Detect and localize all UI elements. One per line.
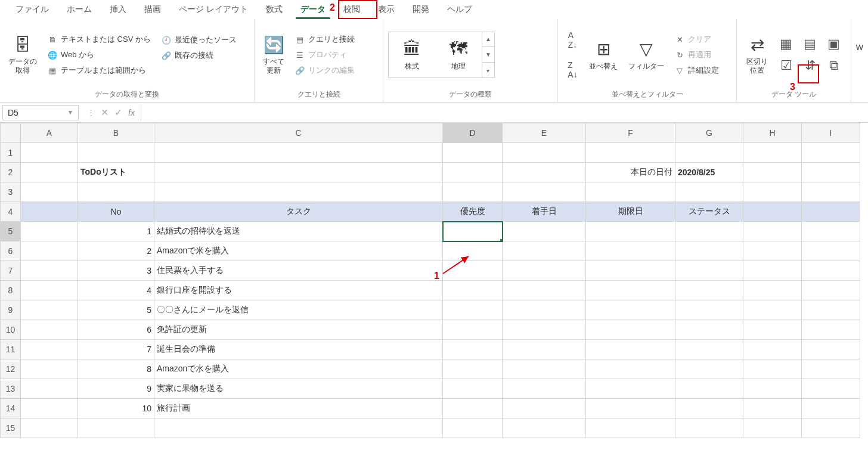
tab-insert[interactable]: 挿入	[101, 1, 135, 18]
cell[interactable]	[21, 359, 78, 379]
cell[interactable]	[21, 418, 78, 438]
cell[interactable]: 免許証の更新	[154, 320, 443, 340]
cell[interactable]	[586, 143, 675, 163]
row-header[interactable]: 5	[1, 222, 21, 241]
cell[interactable]	[21, 281, 78, 300]
gallery-down-icon[interactable]: ▼	[482, 47, 494, 63]
cell[interactable]	[743, 222, 802, 241]
cell[interactable]	[443, 418, 503, 438]
tab-home[interactable]: ホーム	[58, 1, 100, 18]
existing-conn-button[interactable]: 🔗既存の接続	[158, 48, 240, 63]
cell[interactable]	[675, 379, 743, 399]
cell[interactable]: 優先度	[443, 202, 503, 222]
cell[interactable]	[443, 340, 503, 359]
cell[interactable]	[802, 418, 860, 438]
cell[interactable]	[21, 261, 78, 281]
cell[interactable]	[503, 281, 586, 300]
col-header-H[interactable]: H	[743, 123, 802, 143]
cell[interactable]	[743, 261, 802, 281]
accept-formula-button[interactable]: ✓	[114, 107, 122, 118]
cell[interactable]	[802, 379, 860, 399]
row-header[interactable]: 2	[1, 163, 21, 182]
cell[interactable]	[443, 300, 503, 320]
cell[interactable]: Amazonで米を購入	[154, 241, 443, 261]
data-validation-button[interactable]: ☑	[777, 56, 796, 75]
cell[interactable]	[443, 222, 503, 241]
cell[interactable]	[21, 340, 78, 359]
relationships-button[interactable]: ⇵	[801, 56, 820, 75]
gallery-more-icon[interactable]: ▾	[482, 63, 494, 78]
tab-draw[interactable]: 描画	[136, 1, 169, 18]
cell[interactable]	[675, 281, 743, 300]
filter-button[interactable]: ▽ フィルター	[625, 37, 668, 73]
cell[interactable]	[675, 320, 743, 340]
cell[interactable]	[743, 379, 802, 399]
gallery-up-icon[interactable]: ▲	[482, 32, 494, 47]
cell[interactable]	[443, 379, 503, 399]
cell[interactable]	[802, 281, 860, 300]
col-header-A[interactable]: A	[21, 123, 78, 143]
cell[interactable]	[675, 399, 743, 418]
row-header[interactable]: 9	[1, 300, 21, 320]
cell[interactable]	[675, 300, 743, 320]
get-data-button[interactable]: 🗄 データの 取得	[5, 33, 41, 77]
cell[interactable]	[743, 202, 802, 222]
cell[interactable]	[21, 399, 78, 418]
col-header-D[interactable]: D	[443, 123, 503, 143]
cell[interactable]: 3	[78, 261, 154, 281]
name-box[interactable]: D5 ▼	[2, 105, 79, 120]
cell[interactable]	[443, 399, 503, 418]
col-header-F[interactable]: F	[586, 123, 675, 143]
cell[interactable]	[503, 340, 586, 359]
cell[interactable]	[21, 241, 78, 261]
cell[interactable]	[503, 222, 586, 241]
cell[interactable]	[154, 182, 443, 202]
refresh-all-button[interactable]: 🔄 すべて 更新	[259, 33, 288, 77]
cell[interactable]	[675, 261, 743, 281]
cell[interactable]	[443, 261, 503, 281]
col-header-G[interactable]: G	[675, 123, 743, 143]
tab-developer[interactable]: 開発	[404, 1, 438, 18]
cell[interactable]	[675, 359, 743, 379]
cell[interactable]	[503, 300, 586, 320]
fx-label[interactable]: fx	[128, 108, 135, 117]
cell[interactable]	[503, 399, 586, 418]
cell[interactable]	[743, 340, 802, 359]
cell[interactable]	[675, 340, 743, 359]
row-header[interactable]: 1	[1, 143, 21, 163]
cell[interactable]	[503, 359, 586, 379]
select-all-corner[interactable]	[1, 123, 21, 143]
cell[interactable]	[443, 241, 503, 261]
cell[interactable]	[21, 163, 78, 182]
cell[interactable]	[802, 399, 860, 418]
cell[interactable]	[586, 418, 675, 438]
cell[interactable]	[443, 281, 503, 300]
cell[interactable]	[802, 182, 860, 202]
cell[interactable]: Amazonで水を購入	[154, 359, 443, 379]
cell[interactable]: No	[78, 202, 154, 222]
cell[interactable]	[743, 418, 802, 438]
col-header-C[interactable]: C	[154, 123, 443, 143]
tab-review[interactable]: 校閲	[335, 1, 368, 18]
cell[interactable]	[154, 143, 443, 163]
row-header[interactable]: 11	[1, 340, 21, 359]
cell[interactable]	[503, 163, 586, 182]
from-web-button[interactable]: 🌐Web から	[44, 48, 154, 62]
cell[interactable]: 旅行計画	[154, 399, 443, 418]
cell[interactable]	[802, 340, 860, 359]
cell[interactable]	[21, 222, 78, 241]
cell[interactable]	[443, 163, 503, 182]
row-header[interactable]: 7	[1, 261, 21, 281]
cell[interactable]: 実家に果物を送る	[154, 379, 443, 399]
cell[interactable]	[802, 320, 860, 340]
cell[interactable]	[802, 222, 860, 241]
cell[interactable]	[675, 182, 743, 202]
row-header[interactable]: 4	[1, 202, 21, 222]
tab-file[interactable]: ファイル	[7, 1, 57, 18]
cell[interactable]: 6	[78, 320, 154, 340]
cell[interactable]	[154, 163, 443, 182]
properties-button[interactable]: ☰プロパティ	[292, 48, 358, 62]
col-header-I[interactable]: I	[802, 123, 860, 143]
cell[interactable]	[503, 143, 586, 163]
cell[interactable]	[675, 143, 743, 163]
